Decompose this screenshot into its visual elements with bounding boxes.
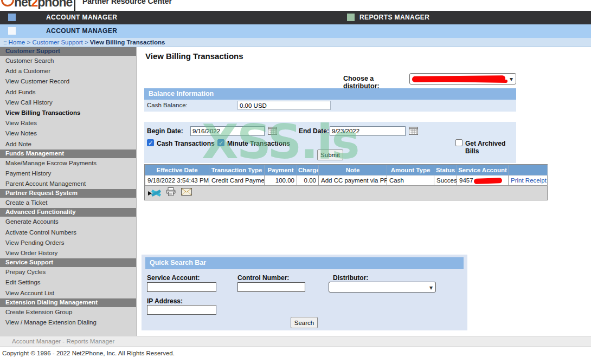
breadcrumb-sep: > xyxy=(27,39,30,46)
sidebar-item-view-notes[interactable]: View Notes xyxy=(0,128,136,139)
redaction-mark xyxy=(473,178,502,184)
sidebar-item-view-customer-record[interactable]: View Customer Record xyxy=(0,76,136,87)
print-icon[interactable] xyxy=(166,187,176,198)
cell-payment: 100.00 xyxy=(265,176,297,186)
net2phone-logo: net2phone xyxy=(14,0,72,10)
distributor-select[interactable]: ▾ xyxy=(409,73,516,84)
cash-transactions-checkbox[interactable]: ✓ xyxy=(147,139,154,146)
logo-net: net xyxy=(14,0,31,9)
sidebar-item-view-billing-transactions[interactable]: View Billing Transactions xyxy=(0,108,136,118)
end-date-label: End Date: xyxy=(299,127,329,135)
section-title: ACCOUNT MANAGER xyxy=(46,27,117,35)
service-account-number: 9457 xyxy=(459,177,473,184)
footer-account-manager-link[interactable]: Account Manager xyxy=(12,338,61,344)
quick-distributor-label: Distributor: xyxy=(333,274,368,282)
brand-divider xyxy=(74,0,75,11)
section-bar: ACCOUNT MANAGER xyxy=(0,24,591,38)
cell-charge: 0.00 xyxy=(297,176,319,186)
sidebar-item-add-a-customer[interactable]: Add a Customer xyxy=(0,66,136,76)
get-archived-bills-checkbox[interactable] xyxy=(455,139,462,146)
sidebar-item-view-account-list[interactable]: View Account List xyxy=(0,288,136,298)
redaction-mark xyxy=(442,79,508,83)
sidebar-item-activate-control-numbers[interactable]: Activate Control Numbers xyxy=(0,227,136,238)
begin-date-field[interactable] xyxy=(190,126,265,136)
cell-effective-date: 9/18/2022 3:54:43 PM xyxy=(145,176,209,186)
sidebar-item-generate-accounts[interactable]: Generate Accounts xyxy=(0,217,136,227)
service-account-input[interactable] xyxy=(147,282,216,292)
col-actions xyxy=(509,165,548,176)
col-note: Note xyxy=(319,165,387,176)
ip-address-label: IP Address: xyxy=(147,297,183,305)
sidebar-item-view-manage-extension-dialing[interactable]: View / Manage Extension Dialing xyxy=(0,317,136,328)
sidebar-item-view-order-history[interactable]: View Order History xyxy=(0,248,136,258)
cell-transaction-type: Credit Card Payment xyxy=(209,176,265,186)
quick-search-panel: Quick Search Bar Service Account: Contro… xyxy=(142,255,467,330)
sidebar-item-add-funds[interactable]: Add Funds xyxy=(0,87,136,98)
sidebar: Customer Support Customer Search Add a C… xyxy=(0,47,137,336)
balance-row: Cash Balance: xyxy=(144,100,516,112)
cell-print-receipt: Print Receipt xyxy=(509,176,548,186)
minute-transactions-label: Minute Transactions xyxy=(227,140,290,147)
control-number-label: Control Number: xyxy=(237,274,289,282)
sidebar-section-service-support: Service Support xyxy=(0,258,136,267)
sidebar-item-create-a-ticket[interactable]: Create a Ticket xyxy=(0,198,136,208)
net2phone-ring-icon xyxy=(1,0,14,6)
begin-date-calendar-icon[interactable] xyxy=(268,126,277,135)
sidebar-item-edit-settings[interactable]: Edit Settings xyxy=(0,277,136,288)
sidebar-section-funds-management: Funds Management xyxy=(0,150,136,158)
reports-manager-square-icon xyxy=(347,14,355,21)
minute-transactions-checkbox[interactable]: ✓ xyxy=(217,139,224,146)
end-date-calendar-icon[interactable] xyxy=(409,126,418,135)
sidebar-item-payment-history[interactable]: Payment History xyxy=(0,168,136,179)
breadcrumb-customer-support-link[interactable]: Customer Support xyxy=(32,39,82,46)
quick-distributor-select[interactable]: ▾ xyxy=(329,282,436,292)
begin-date-label: Begin Date: xyxy=(147,127,183,135)
distributor-label: Choose a distributor: xyxy=(343,75,407,90)
col-service-account: Service Account xyxy=(457,165,509,176)
sidebar-section-advanced-functionality: Advanced Functionality xyxy=(0,208,136,217)
col-transaction-type: Transaction Type xyxy=(209,165,265,176)
copyright-text: Copyright © 1996 - 2022 Net2Phone, Inc. … xyxy=(2,350,175,356)
sidebar-item-create-extension-group[interactable]: Create Extension Group xyxy=(0,307,136,317)
submit-button[interactable]: Submit xyxy=(317,150,343,160)
cell-status: Success xyxy=(434,176,457,186)
end-date-field[interactable] xyxy=(330,126,406,136)
control-number-input[interactable] xyxy=(237,282,305,292)
sidebar-item-prepay-cycles[interactable]: Prepay Cycles xyxy=(0,267,136,277)
sidebar-section-partner-request-system: Partner Request System xyxy=(0,189,136,198)
col-effective-date: Effective Date xyxy=(145,165,209,176)
ip-address-input[interactable] xyxy=(147,305,216,315)
breadcrumb-current: View Billing Transactions xyxy=(90,39,165,46)
module-reports-manager[interactable]: REPORTS MANAGER xyxy=(359,14,429,21)
module-bar: ACCOUNT MANAGER REPORTS MANAGER xyxy=(0,11,591,24)
footer-nav: Account Manager - Reports Manager xyxy=(0,336,591,347)
cash-balance-label: Cash Balance: xyxy=(147,102,188,108)
table-header-row: Effective Date Transaction Type Payment … xyxy=(145,165,548,176)
sidebar-item-view-pending-orders[interactable]: View Pending Orders xyxy=(0,238,136,248)
footer-reports-manager-link[interactable]: Reports Manager xyxy=(66,338,114,344)
logo-phone: phone xyxy=(37,0,72,9)
section-square-icon xyxy=(8,27,16,35)
print-receipt-link[interactable]: Print Receipt xyxy=(511,177,547,184)
email-icon[interactable] xyxy=(181,188,192,198)
sidebar-item-parent-account-management[interactable]: Parent Account Management xyxy=(0,179,136,189)
quick-search-header: Quick Search Bar xyxy=(145,257,464,269)
brand-strip: net2phone Partner Resource Center xyxy=(0,0,591,11)
sidebar-item-view-rates[interactable]: View Rates xyxy=(0,118,136,128)
sidebar-section-extension-dialing: Extension Dialing Management xyxy=(0,298,136,307)
breadcrumb-sep: > xyxy=(85,39,88,46)
export-excel-icon[interactable] xyxy=(148,188,161,198)
module-account-manager[interactable]: ACCOUNT MANAGER xyxy=(46,14,117,21)
breadcrumb-home-link[interactable]: Home xyxy=(9,39,25,46)
col-amount-type: Amount Type xyxy=(387,165,434,176)
sidebar-item-add-note[interactable]: Add Note xyxy=(0,139,136,150)
get-archived-bills-label: Get Archived Bills xyxy=(465,140,516,155)
balance-panel: Balance Information Cash Balance: xyxy=(144,88,516,112)
sidebar-item-view-call-history[interactable]: View Call History xyxy=(0,98,136,108)
sidebar-item-customer-search[interactable]: Customer Search xyxy=(0,56,136,66)
sidebar-item-escrow-payments[interactable]: Make/Manage Escrow Payments xyxy=(0,158,136,168)
brand-subtitle: Partner Resource Center xyxy=(82,0,172,5)
search-button[interactable]: Search xyxy=(291,317,318,328)
cash-balance-field[interactable] xyxy=(237,101,331,110)
logo-two: 2 xyxy=(31,0,38,9)
